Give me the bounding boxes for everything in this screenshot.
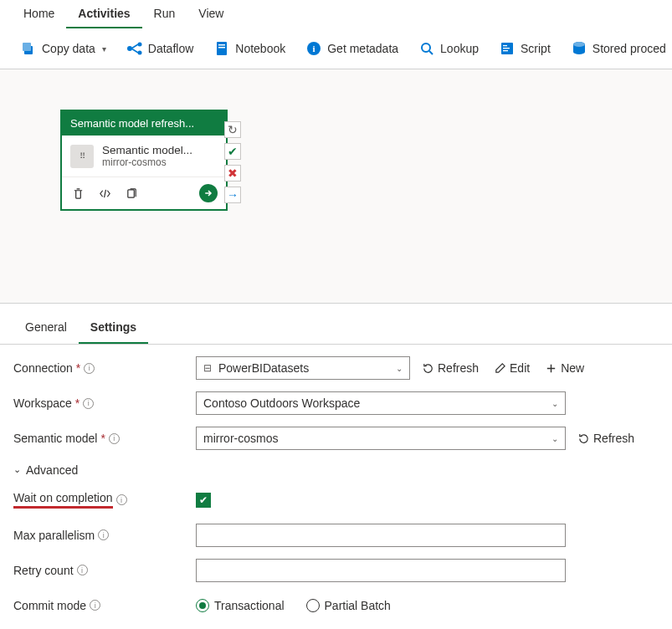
activities-toolbar: Copy data ▾ Dataflow Notebook i Get meta… xyxy=(0,28,672,69)
tab-run[interactable]: Run xyxy=(142,0,187,28)
tab-activities[interactable]: Activities xyxy=(66,0,141,28)
svg-rect-18 xyxy=(127,189,134,197)
row-connection: Connection * i ⊟ PowerBIDatasets ⌄ Refre… xyxy=(13,356,659,380)
chevron-down-icon: ▾ xyxy=(102,44,106,54)
settings-form: Connection * i ⊟ PowerBIDatasets ⌄ Refre… xyxy=(0,345,672,629)
port-completion[interactable]: ↻ xyxy=(224,121,241,138)
label-wait-on-completion: Wait on completion xyxy=(13,491,113,509)
svg-rect-15 xyxy=(503,50,508,51)
svg-line-11 xyxy=(429,51,433,54)
svg-rect-14 xyxy=(503,48,510,49)
svg-point-3 xyxy=(137,43,141,47)
chevron-down-icon: ⌄ xyxy=(551,399,558,408)
database-icon: ⊟ xyxy=(203,362,212,374)
tool-lookup[interactable]: Lookup xyxy=(410,37,487,60)
info-icon[interactable]: i xyxy=(77,565,88,575)
activity-header: Semantic model refresh... xyxy=(62,111,226,136)
svg-point-10 xyxy=(422,43,430,52)
required-mark: * xyxy=(100,432,105,445)
tool-get-metadata[interactable]: i Get metadata xyxy=(297,37,407,60)
activity-subtitle: mirror-cosmos xyxy=(102,156,192,168)
port-skip[interactable]: → xyxy=(224,187,241,203)
svg-point-4 xyxy=(137,51,141,55)
delete-icon[interactable] xyxy=(70,186,85,201)
tool-script[interactable]: Script xyxy=(490,37,559,60)
label-max-parallelism: Max parallelism xyxy=(13,529,95,542)
metadata-icon: i xyxy=(305,40,322,57)
commit-mode-partial-batch-radio[interactable]: Partial Batch xyxy=(306,599,391,612)
row-commit-mode: Commit mode i Transactional Partial Batc… xyxy=(13,594,659,617)
tool-copy-data[interactable]: Copy data ▾ xyxy=(12,37,115,60)
svg-text:i: i xyxy=(313,43,315,54)
activity-card-semantic-model-refresh[interactable]: Semantic model refresh... ⠿ Semantic mod… xyxy=(60,110,228,211)
activity-footer xyxy=(62,176,226,209)
info-icon[interactable]: i xyxy=(90,600,100,611)
activity-body: ⠿ Semantic model... mirror-cosmos xyxy=(62,136,226,176)
required-mark: * xyxy=(75,396,80,410)
lookup-icon xyxy=(418,40,435,57)
required-mark: * xyxy=(76,361,80,375)
tool-stored-procedure[interactable]: Stored proced xyxy=(562,37,672,60)
info-icon[interactable]: i xyxy=(98,529,109,540)
wait-on-completion-checkbox[interactable]: ✔ xyxy=(196,493,211,508)
connection-dropdown[interactable]: ⊟ PowerBIDatasets ⌄ xyxy=(196,356,410,380)
max-parallelism-input[interactable] xyxy=(196,524,566,547)
row-wait-on-completion: Wait on completion i ✔ xyxy=(13,488,659,512)
copy-data-icon xyxy=(20,40,37,57)
activity-title: Semantic model... xyxy=(102,144,192,156)
activity-output-ports: ↻ ✔ ✖ → xyxy=(224,121,241,208)
dataflow-icon xyxy=(126,40,143,57)
script-icon xyxy=(499,40,516,57)
svg-rect-13 xyxy=(503,45,507,46)
label-retry-count: Retry count xyxy=(13,564,74,577)
top-nav-tabs: Home Activities Run View xyxy=(0,0,672,28)
tool-dataflow[interactable]: Dataflow xyxy=(118,37,202,60)
code-icon[interactable] xyxy=(97,186,112,201)
tab-settings[interactable]: Settings xyxy=(79,315,148,344)
new-connection-button[interactable]: New xyxy=(541,358,587,378)
chevron-down-icon: ⌄ xyxy=(551,434,558,443)
info-icon[interactable]: i xyxy=(84,363,95,374)
tab-view[interactable]: View xyxy=(187,0,235,28)
pipeline-canvas[interactable]: Semantic model refresh... ⠿ Semantic mod… xyxy=(0,69,672,304)
refresh-connection-button[interactable]: Refresh xyxy=(418,358,482,378)
label-workspace: Workspace xyxy=(13,396,72,410)
settings-tabs: General Settings xyxy=(0,304,672,345)
port-failure[interactable]: ✖ xyxy=(224,165,241,182)
svg-rect-6 xyxy=(218,44,225,46)
edit-connection-button[interactable]: Edit xyxy=(490,358,533,378)
chevron-down-icon: ⌄ xyxy=(13,464,21,475)
tool-notebook[interactable]: Notebook xyxy=(205,37,294,60)
semantic-model-dropdown[interactable]: mirror-cosmos ⌄ xyxy=(196,427,566,450)
tab-home[interactable]: Home xyxy=(12,0,66,28)
svg-rect-7 xyxy=(218,47,225,49)
row-workspace: Workspace * i Contoso Outdoors Workspace… xyxy=(13,391,659,415)
label-connection: Connection xyxy=(13,361,73,375)
retry-count-input[interactable] xyxy=(196,559,566,582)
copy-icon[interactable] xyxy=(124,186,139,201)
tab-general[interactable]: General xyxy=(13,315,79,344)
info-icon[interactable]: i xyxy=(116,494,127,505)
row-max-parallelism: Max parallelism i xyxy=(13,524,659,547)
run-arrow-icon[interactable] xyxy=(199,184,218,202)
row-retry-count: Retry count i xyxy=(13,559,659,582)
chevron-down-icon: ⌄ xyxy=(396,364,403,373)
workspace-dropdown[interactable]: Contoso Outdoors Workspace ⌄ xyxy=(196,391,566,415)
activity-type-icon: ⠿ xyxy=(70,145,94,168)
svg-rect-5 xyxy=(217,42,227,55)
row-semantic-model: Semantic model * i mirror-cosmos ⌄ Refre… xyxy=(13,427,659,450)
label-commit-mode: Commit mode xyxy=(13,599,86,612)
notebook-icon xyxy=(213,40,230,57)
svg-point-17 xyxy=(573,42,585,47)
commit-mode-transactional-radio[interactable]: Transactional xyxy=(196,599,285,612)
label-semantic-model: Semantic model xyxy=(13,432,97,445)
info-icon[interactable]: i xyxy=(83,398,94,409)
refresh-semantic-model-button[interactable]: Refresh xyxy=(574,428,638,448)
info-icon[interactable]: i xyxy=(109,433,120,444)
svg-rect-1 xyxy=(23,43,31,51)
advanced-toggle[interactable]: ⌄ Advanced xyxy=(13,463,78,477)
stored-procedure-icon xyxy=(571,40,587,57)
port-success[interactable]: ✔ xyxy=(224,143,241,160)
